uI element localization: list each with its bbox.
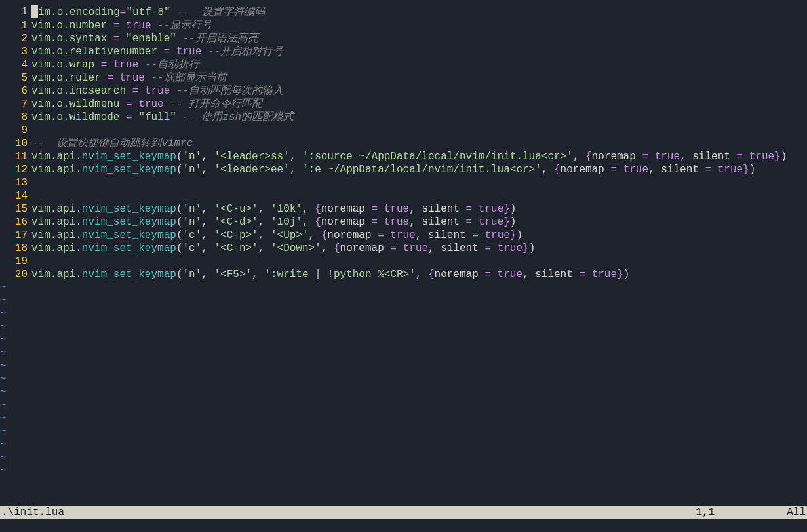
syntax-token: --自动匹配每次的输入 [176,85,283,97]
code-content[interactable]: vim.api.nvim_set_keymap('n', '<F5>', ':w… [31,268,807,281]
syntax-token: , [258,216,271,228]
code-line[interactable]: 2vim.o.syntax = "enable" --开启语法高亮 [0,32,807,45]
code-line[interactable]: 4vim.o.wrap = true --自动折行 [0,58,807,71]
code-content[interactable]: vim.api.nvim_set_keymap('n', '<leader>ss… [31,150,807,163]
syntax-token: = [120,7,127,18]
syntax-token: noremap [435,269,485,280]
code-line[interactable]: 14 [0,189,807,202]
syntax-token: , [290,164,302,176]
tilde-icon: ~ [0,373,7,386]
code-line[interactable]: 5vim.o.ruler = true --底部显示当前 [0,71,807,85]
code-line[interactable]: 10-- 设置快捷键自动跳转到vimrc [0,137,807,150]
code-line[interactable]: 11vim.api.nvim_set_keymap('n', '<leader>… [0,150,807,163]
syntax-token: { [585,151,592,162]
code-line[interactable]: 8vim.o.wildmode = "full" -- 使用zsh的匹配模式 [0,111,807,124]
code-content[interactable]: vim.o.wildmenu = true -- 打开命令行匹配 [31,98,807,111]
relative-line-number: 14 [0,189,31,202]
code-line[interactable]: 16vim.api.nvim_set_keymap('n', '<C-d>', … [0,216,807,229]
syntax-token: true [592,269,617,280]
syntax-token: true [623,164,648,176]
syntax-token: encoding [69,7,120,18]
syntax-token: im [38,7,50,18]
syntax-token: 'n' [182,151,201,162]
code-content[interactable]: vim.o.wildmode = "full" -- 使用zsh的匹配模式 [31,111,807,124]
syntax-token: ruler [69,72,101,84]
tilde-icon: ~ [0,281,7,294]
tilde-icon: ~ [0,386,7,399]
syntax-token [157,46,164,58]
status-filename: .\init.lua [1,506,64,519]
syntax-token: o [56,20,63,31]
code-content[interactable]: im.o.encoding="utf-8" -- 设置字符编码 [31,5,807,19]
code-line[interactable]: 12vim.api.nvim_set_keymap('n', '<leader>… [0,163,807,176]
syntax-token: nvim_set_keymap [82,242,176,254]
code-content[interactable]: vim.api.nvim_set_keymap('n', '<C-d>', '1… [31,216,807,229]
tilde-icon: ~ [0,399,7,412]
code-line[interactable]: 15vim.api.nvim_set_keymap('n', '<C-u>', … [0,202,807,216]
code-content[interactable]: vim.api.nvim_set_keymap('n', '<C-u>', '1… [31,202,807,216]
syntax-token: = [101,59,108,71]
code-content[interactable]: vim.o.ruler = true --底部显示当前 [31,71,807,85]
syntax-token: -- 使用zsh的匹配模式 [183,111,294,123]
syntax-token: , [201,269,214,280]
syntax-token: 'c' [182,242,201,254]
empty-line: ~ [0,399,807,412]
syntax-token: '<Down>' [271,242,321,254]
code-content[interactable] [31,176,807,189]
syntax-token: vim [31,98,50,110]
syntax-token: . [50,229,57,241]
syntax-token: . [75,203,82,215]
code-content[interactable]: vim.o.relativenumber = true --开启相对行号 [31,45,807,58]
code-content[interactable] [31,124,807,137]
syntax-token: wrap [69,59,94,71]
code-content[interactable]: vim.api.nvim_set_keymap('n', '<leader>ee… [31,163,807,176]
code-line[interactable]: 3vim.o.relativenumber = true --开启相对行号 [0,45,807,58]
syntax-token: 'n' [182,164,201,176]
code-content[interactable]: vim.o.syntax = "enable" --开启语法高亮 [31,32,807,45]
editor-viewport[interactable]: 1im.o.encoding="utf-8" -- 设置字符编码1vim.o.n… [0,0,807,532]
syntax-token: . [50,216,57,228]
code-content[interactable]: vim.api.nvim_set_keymap('c', '<C-n>', '<… [31,242,807,255]
syntax-token: vim [31,216,50,228]
syntax-token: = [390,242,397,254]
tilde-icon: ~ [0,320,7,333]
code-content[interactable]: vim.api.nvim_set_keymap('c', '<C-p>', '<… [31,229,807,242]
code-content[interactable] [31,189,807,202]
code-line[interactable]: 1vim.o.number = true --显示行号 [0,19,807,32]
syntax-token: nvim_set_keymap [82,203,176,215]
syntax-token: , [258,203,271,215]
code-line[interactable]: 13 [0,176,807,189]
syntax-token: silent [441,242,484,254]
text-buffer[interactable]: 1im.o.encoding="utf-8" -- 设置字符编码1vim.o.n… [0,0,807,506]
relative-line-number: 16 [0,216,31,229]
code-content[interactable]: vim.o.wrap = true --自动折行 [31,58,807,71]
syntax-token: true [718,164,743,176]
relative-line-number: 17 [0,229,31,242]
code-line[interactable]: 9 [0,124,807,137]
syntax-token: ) [510,216,517,228]
syntax-token: 'n' [182,269,201,280]
syntax-token [170,7,177,18]
syntax-token: . [50,46,57,58]
syntax-token: . [50,269,57,280]
syntax-token: = [642,151,648,162]
code-content[interactable]: -- 设置快捷键自动跳转到vimrc [31,137,807,150]
code-line[interactable]: 18vim.api.nvim_set_keymap('c', '<C-n>', … [0,242,807,255]
code-line[interactable]: 19 [0,255,807,268]
command-line[interactable] [0,519,807,532]
syntax-token: . [63,20,69,31]
tilde-icon: ~ [0,307,7,320]
code-content[interactable]: vim.o.incsearch = true --自动匹配每次的输入 [31,85,807,98]
code-line[interactable]: 7vim.o.wildmenu = true -- 打开命令行匹配 [0,98,807,111]
code-line[interactable]: 6vim.o.incsearch = true --自动匹配每次的输入 [0,85,807,98]
tilde-icon: ~ [0,412,7,425]
code-line[interactable]: 20vim.api.nvim_set_keymap('n', '<F5>', '… [0,268,807,281]
code-line[interactable]: 1im.o.encoding="utf-8" -- 设置字符编码 [0,5,807,19]
syntax-token: . [50,203,57,215]
code-content[interactable]: vim.o.number = true --显示行号 [31,19,807,32]
code-line[interactable]: 17vim.api.nvim_set_keymap('c', '<C-p>', … [0,229,807,242]
syntax-token: } [510,229,517,241]
code-content[interactable] [31,255,807,268]
syntax-token: o [56,85,63,97]
syntax-token: true [479,216,503,228]
